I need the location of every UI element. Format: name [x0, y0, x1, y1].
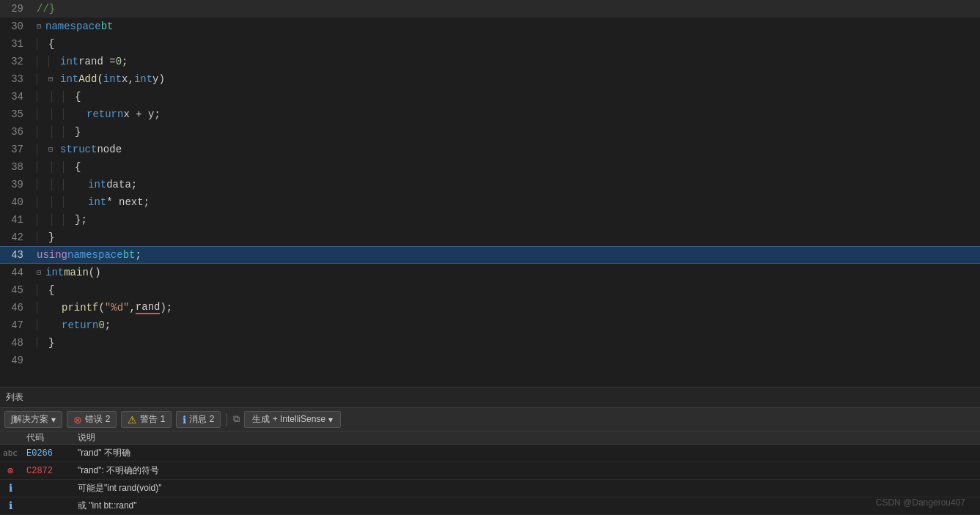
line-number-40: 40	[0, 193, 31, 211]
fold-btn-37[interactable]: ⊟	[48, 145, 57, 154]
code-editor[interactable]: 29 //} 30 ⊟ namespace bt 31	[0, 0, 980, 387]
row-desc-1: "rand": 不明确的符号	[72, 464, 980, 477]
code-text-33a: int	[60, 73, 78, 85]
solution-dropdown-label: ∫解决方案	[11, 413, 48, 426]
line-number-39: 39	[0, 176, 31, 193]
line-row-31[interactable]: 31 {	[0, 35, 980, 53]
chevron-down-icon: ▾	[51, 415, 56, 425]
code-text-35a: return	[86, 108, 123, 120]
line-row-42[interactable]: 42 }	[0, 229, 980, 246]
line-row-41[interactable]: 41 };	[0, 211, 980, 229]
chevron-down-icon-gen: ▾	[328, 415, 333, 425]
line-number-37: 37	[0, 141, 31, 158]
fold-btn-33[interactable]: ⊟	[48, 75, 57, 84]
solution-dropdown[interactable]: ∫解决方案 ▾	[4, 411, 62, 428]
info-filter-btn[interactable]: ℹ 消息 2	[176, 411, 221, 428]
line-number-38: 38	[0, 158, 31, 176]
code-text-40a: int	[88, 196, 106, 208]
line-number-32: 32	[0, 53, 31, 70]
row-code-1: C2872	[21, 466, 72, 476]
error-row-1[interactable]: ⊗ C2872 "rand": 不明确的符号	[0, 462, 980, 480]
line-number-44: 44	[0, 264, 31, 281]
warn-filter-icon: ⚠	[128, 414, 137, 426]
code-text-46a: printf	[62, 302, 98, 314]
funnel-icon: ⧉	[233, 414, 240, 425]
line-row-33[interactable]: 33 ⊟ int Add(int x, int y)	[0, 70, 980, 88]
line-row-34[interactable]: 34 {	[0, 88, 980, 105]
line-number-46: 46	[0, 299, 31, 316]
col-header-icon	[0, 431, 21, 444]
gen-intellisense-btn[interactable]: 生成 + IntelliSense ▾	[244, 411, 341, 428]
error-filter-label: 错误 2	[85, 413, 110, 426]
fold-btn-30[interactable]: ⊟	[37, 22, 45, 31]
code-text-44a: int	[45, 267, 64, 278]
line-row-48[interactable]: 48 }	[0, 334, 980, 352]
line-row-40[interactable]: 40 int* next;	[0, 193, 980, 211]
row-icon-1: ⊗	[0, 464, 21, 477]
toolbar-row: ∫解决方案 ▾ ⊗ 错误 2 ⚠ 警告 1 ℹ 消息 2 ⧉ 生成 + Inte…	[0, 408, 980, 431]
line-number-31: 31	[0, 35, 31, 53]
line-number-49: 49	[0, 352, 31, 369]
info-row-icon-3: ℹ	[9, 500, 12, 512]
line-number-47: 47	[0, 316, 31, 334]
info-filter-label: 消息 2	[189, 413, 214, 426]
code-lines: 29 //} 30 ⊟ namespace bt 31	[0, 0, 980, 387]
row-icon-3: ℹ	[0, 500, 21, 512]
row-desc-0: "rand" 不明确	[72, 447, 980, 459]
line-row-36[interactable]: 36 }	[0, 123, 980, 141]
col-header-desc: 说明	[72, 431, 980, 444]
code-text-37a: struct	[60, 144, 97, 155]
row-icon-0: abc	[0, 448, 21, 458]
info-filter-icon: ℹ	[183, 414, 186, 426]
error-row-3[interactable]: ℹ 或 "int bt::rand"	[0, 497, 980, 515]
bottom-panel: 列表 ∫解决方案 ▾ ⊗ 错误 2 ⚠ 警告 1 ℹ 消息 2 ⧉	[0, 387, 980, 515]
line-row-35[interactable]: 35 return x + y;	[0, 105, 980, 123]
line-row-46[interactable]: 46 printf("%d", rand);	[0, 299, 980, 316]
code-text-36: }	[75, 126, 81, 138]
line-number-33: 33	[0, 70, 31, 88]
panel-tab-label: 列表	[6, 391, 23, 404]
line-number-29: 29	[0, 0, 31, 18]
code-text-32a: int	[60, 56, 78, 67]
line-row-29[interactable]: 29 //}	[0, 0, 980, 18]
line-row-32[interactable]: 32 int rand = 0;	[0, 53, 980, 70]
code-text-43a: using	[37, 249, 67, 261]
line-number-42: 42	[0, 229, 31, 246]
error-row-0[interactable]: abc E0266 "rand" 不明确	[0, 445, 980, 462]
line-row-49[interactable]: 49	[0, 352, 980, 369]
line-row-39[interactable]: 39 int data;	[0, 176, 980, 193]
line-row-43[interactable]: 43 using namespace bt;	[0, 246, 980, 264]
toolbar-divider	[226, 413, 227, 426]
error-filter-btn[interactable]: ⊗ 错误 2	[67, 411, 117, 428]
watermark: CSDN @Dangerou407	[876, 497, 965, 508]
code-text-39a: int	[88, 179, 106, 190]
line-row-47[interactable]: 47 return 0;	[0, 316, 980, 334]
line-number-43: 43	[0, 246, 31, 264]
code-text-42: }	[48, 231, 54, 243]
error-row-2[interactable]: ℹ 可能是"int rand(void)"	[0, 480, 980, 497]
warn-filter-label: 警告 1	[140, 413, 165, 426]
code-text-48: }	[48, 337, 54, 349]
line-number-45: 45	[0, 281, 31, 299]
info-row-icon-2: ℹ	[9, 482, 12, 494]
line-number-30: 30	[0, 18, 31, 35]
indent-31	[37, 38, 48, 50]
code-text-34: {	[75, 91, 81, 103]
line-row-44[interactable]: 44 ⊟ int main()	[0, 264, 980, 281]
row-desc-2: 可能是"int rand(void)"	[72, 482, 980, 494]
line-row-30[interactable]: 30 ⊟ namespace bt	[0, 18, 980, 35]
line-number-41: 41	[0, 211, 31, 229]
code-text-41: };	[75, 214, 87, 226]
code-text-45: {	[48, 284, 54, 296]
line-row-45[interactable]: 45 {	[0, 281, 980, 299]
line-row-38[interactable]: 38 {	[0, 158, 980, 176]
warn-filter-btn[interactable]: ⚠ 警告 1	[121, 411, 172, 428]
col-header-code: 代码	[21, 431, 72, 444]
fold-btn-44[interactable]: ⊟	[37, 268, 45, 277]
error-list-header: 代码 说明	[0, 431, 980, 445]
row-icon-2: ℹ	[0, 482, 21, 494]
line-number-35: 35	[0, 105, 31, 123]
error-rows: abc E0266 "rand" 不明确 ⊗ C2872 "rand": 不明确…	[0, 445, 980, 515]
code-text-31: {	[48, 38, 54, 50]
line-row-37[interactable]: 37 ⊟ struct node	[0, 141, 980, 158]
